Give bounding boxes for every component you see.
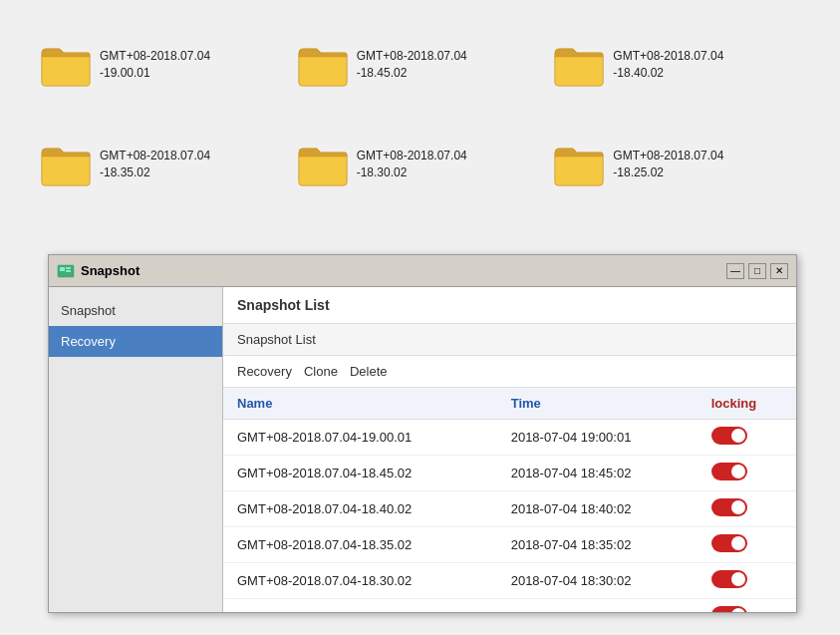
folder-icon <box>40 39 92 91</box>
folder-item-0[interactable]: GMT+08-2018.07.04 -19.00.01 <box>40 20 287 110</box>
col-header-locking: locking <box>698 388 796 420</box>
cell-time: 2018-07-04 18:25:02 <box>497 599 698 613</box>
content-title: Snapshot List <box>237 297 330 313</box>
minimize-button[interactable]: — <box>726 263 744 279</box>
folder-icon <box>553 139 605 190</box>
app-icon <box>57 262 75 280</box>
locking-toggle[interactable] <box>711 570 747 588</box>
cell-locking <box>698 420 796 456</box>
svg-rect-2 <box>66 267 71 269</box>
table-row[interactable]: GMT+08-2018.07.04-19.00.01 2018-07-04 19… <box>223 420 796 456</box>
delete-button[interactable]: Delete <box>350 362 388 381</box>
snapshot-window: Snapshot — □ ✕ Snapshot Recovery Snapsho… <box>48 254 797 613</box>
cell-time: 2018-07-04 18:35:02 <box>497 527 698 563</box>
snapshot-list-label: Snapshot List <box>237 332 316 347</box>
folder-icon <box>553 39 605 91</box>
cell-locking <box>698 491 796 527</box>
cell-name: GMT+08-2018.07.04-18.45.02 <box>223 456 497 491</box>
folder-icon <box>297 139 349 190</box>
window-body: Snapshot Recovery Snapshot List Snapshot… <box>49 287 796 612</box>
cell-time: 2018-07-04 18:45:02 <box>497 456 698 491</box>
col-header-name: Name <box>223 388 497 420</box>
folder-label: GMT+08-2018.07.04 -18.40.02 <box>613 48 723 82</box>
table-row[interactable]: GMT+08-2018.07.04-18.30.02 2018-07-04 18… <box>223 563 796 599</box>
cell-locking <box>698 563 796 599</box>
svg-rect-3 <box>66 270 71 272</box>
clone-button[interactable]: Clone <box>304 362 338 381</box>
table-row[interactable]: GMT+08-2018.07.04-18.35.02 2018-07-04 18… <box>223 527 796 563</box>
content-header: Snapshot List <box>223 287 796 324</box>
locking-toggle[interactable] <box>711 606 747 612</box>
sidebar: Snapshot Recovery <box>49 287 223 612</box>
folder-label: GMT+08-2018.07.04 -18.45.02 <box>357 48 467 82</box>
cell-locking <box>698 599 796 613</box>
folder-label: GMT+08-2018.07.04 -19.00.01 <box>100 48 210 82</box>
main-content: Snapshot List Snapshot List Recovery Clo… <box>223 287 796 612</box>
cell-name: GMT+08-2018.07.04-18.30.02 <box>223 563 497 599</box>
folder-item-3[interactable]: GMT+08-2018.07.04 -18.35.02 <box>40 120 287 209</box>
action-bar: Recovery Clone Delete <box>223 356 796 388</box>
table-row[interactable]: GMT+08-2018.07.04-18.40.02 2018-07-04 18… <box>223 491 796 527</box>
folder-item-5[interactable]: GMT+08-2018.07.04 -18.25.02 <box>553 120 800 209</box>
cell-locking <box>698 456 796 491</box>
col-header-time: Time <box>497 388 698 420</box>
window-title: Snapshot <box>81 263 726 278</box>
locking-toggle[interactable] <box>711 427 747 445</box>
folder-item-1[interactable]: GMT+08-2018.07.04 -18.45.02 <box>297 20 544 110</box>
cell-time: 2018-07-04 18:30:02 <box>497 563 698 599</box>
cell-locking <box>698 527 796 563</box>
cell-name: GMT+08-2018.07.04-18.40.02 <box>223 491 497 527</box>
locking-toggle[interactable] <box>711 463 747 480</box>
folder-icon <box>40 139 92 190</box>
cell-name: GMT+08-2018.07.04-18.25.02 <box>223 599 497 613</box>
desktop-folder-area: GMT+08-2018.07.04 -19.00.01 GMT+08-2018.… <box>0 0 840 229</box>
cell-name: GMT+08-2018.07.04-18.35.02 <box>223 527 497 563</box>
locking-toggle[interactable] <box>711 534 747 552</box>
snapshot-table: Name Time locking GMT+08-2018.07.04-19.0… <box>223 388 796 612</box>
cell-name: GMT+08-2018.07.04-19.00.01 <box>223 420 497 456</box>
close-button[interactable]: ✕ <box>770 263 788 279</box>
folder-label: GMT+08-2018.07.04 -18.30.02 <box>357 148 467 181</box>
locking-toggle[interactable] <box>711 498 747 516</box>
snapshot-list-header: Snapshot List <box>223 324 796 356</box>
svg-rect-1 <box>60 267 65 271</box>
sidebar-item-snapshot[interactable]: Snapshot <box>49 295 222 326</box>
sidebar-item-recovery[interactable]: Recovery <box>49 326 222 357</box>
folder-icon <box>297 39 349 91</box>
folder-label: GMT+08-2018.07.04 -18.25.02 <box>613 148 723 181</box>
folder-item-2[interactable]: GMT+08-2018.07.04 -18.40.02 <box>553 20 800 110</box>
folder-label: GMT+08-2018.07.04 -18.35.02 <box>100 148 210 181</box>
maximize-button[interactable]: □ <box>748 263 766 279</box>
recovery-button[interactable]: Recovery <box>237 362 292 381</box>
table-header-row: Name Time locking <box>223 388 796 420</box>
folder-item-4[interactable]: GMT+08-2018.07.04 -18.30.02 <box>297 120 544 209</box>
cell-time: 2018-07-04 19:00:01 <box>497 420 698 456</box>
window-titlebar: Snapshot — □ ✕ <box>49 255 796 287</box>
cell-time: 2018-07-04 18:40:02 <box>497 491 698 527</box>
table-row[interactable]: GMT+08-2018.07.04-18.25.02 2018-07-04 18… <box>223 599 796 613</box>
table-row[interactable]: GMT+08-2018.07.04-18.45.02 2018-07-04 18… <box>223 456 796 491</box>
window-controls: — □ ✕ <box>726 263 788 279</box>
